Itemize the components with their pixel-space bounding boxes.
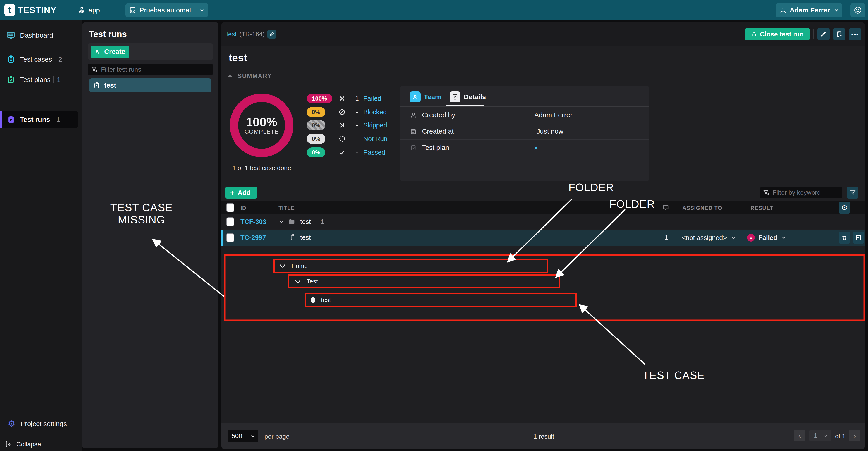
open-case-button[interactable] xyxy=(852,232,864,244)
detail-value-test-plan[interactable]: x xyxy=(534,144,538,151)
col-id[interactable]: ID xyxy=(241,205,246,211)
skipped-count: - xyxy=(353,122,361,129)
edit-button[interactable] xyxy=(817,28,830,40)
chevron-right-icon: › xyxy=(854,431,856,440)
folder-case-count: 1 xyxy=(320,218,324,226)
add-test-cases-button[interactable]: + Add xyxy=(225,187,257,199)
case-id-link[interactable]: TC-2997 xyxy=(241,234,266,241)
failed-icon xyxy=(338,95,346,102)
detail-label: Created at xyxy=(422,127,454,135)
close-test-run-button[interactable]: Close test run xyxy=(745,28,810,40)
col-result[interactable]: RESULT xyxy=(750,205,773,211)
stat-row-notrun: 0% - Not Run xyxy=(307,134,388,144)
sidebar-item-test-cases[interactable]: Test cases 2 xyxy=(0,53,82,66)
panel-title: Test runs xyxy=(89,29,127,39)
user-icon xyxy=(780,7,786,13)
table-row-folder[interactable]: TCF-303 test 1 xyxy=(221,214,865,229)
tab-details[interactable]: Details xyxy=(450,91,486,102)
column-settings-button[interactable]: ⚙ xyxy=(839,202,850,213)
team-icon xyxy=(410,91,421,102)
skipped-label[interactable]: Skipped xyxy=(363,122,387,129)
sidebar-item-dashboard[interactable]: Dashboard xyxy=(0,29,82,42)
prev-page-button[interactable]: ‹ xyxy=(794,430,805,442)
row-checkbox[interactable] xyxy=(226,217,234,227)
create-test-run-button[interactable]: Create xyxy=(91,46,129,58)
create-toolbar: Create xyxy=(88,43,213,60)
user-menu[interactable]: Adam Ferrer xyxy=(776,3,842,17)
keyword-filter-input[interactable] xyxy=(772,188,839,198)
table-row-test-case-selected[interactable]: TC-2997 test 1 <not assigned> × Failed xyxy=(221,230,865,246)
col-title[interactable]: TITLE xyxy=(278,205,295,211)
pencil-icon xyxy=(820,31,827,37)
detail-row-created-at: Created at Just now xyxy=(410,125,641,138)
test-cases-icon xyxy=(7,55,15,63)
sidebar-item-test-runs-selected[interactable]: Test runs 1 xyxy=(0,111,78,128)
feedback-button[interactable] xyxy=(850,3,865,17)
result-count: 1 result xyxy=(533,433,554,440)
gear-icon: ⚙ xyxy=(8,420,16,428)
remove-case-button[interactable] xyxy=(839,232,850,244)
topbar-divider xyxy=(66,5,66,15)
detail-label: Created by xyxy=(422,111,455,119)
per-page-label: per page xyxy=(265,433,289,440)
folder-title: test xyxy=(300,218,311,226)
tree-node-folder[interactable]: Test xyxy=(294,275,318,288)
header-actions: Close test run ••• xyxy=(745,28,861,40)
page-value: 1 xyxy=(814,432,817,439)
sidebar-item-project-settings[interactable]: ⚙ Project settings xyxy=(0,417,82,431)
per-page-select[interactable]: 500 xyxy=(227,430,258,442)
keyword-filter-field[interactable] xyxy=(760,187,842,198)
sidebar-collapse-button[interactable]: Collapse xyxy=(0,438,82,450)
blocked-label[interactable]: Blocked xyxy=(363,109,387,116)
runs-filter-field[interactable] xyxy=(88,64,213,75)
sidebar-item-test-plans[interactable]: Test plans 1 xyxy=(0,73,82,87)
stat-row-failed: 100% 1 Failed xyxy=(307,93,381,103)
detail-label: Test plan xyxy=(422,144,449,151)
testiny-logo-icon[interactable]: t xyxy=(4,4,16,16)
summary-heading: SUMMARY xyxy=(238,72,272,80)
chevron-up-icon xyxy=(227,73,233,79)
run-list-item-selected[interactable]: test xyxy=(89,78,212,92)
collapse-icon xyxy=(5,441,12,448)
sidebar-item-label: Project settings xyxy=(20,420,67,428)
assignee-dropdown[interactable]: <not assigned> xyxy=(682,230,736,246)
select-all-checkbox[interactable] xyxy=(226,203,234,212)
test-plans-icon xyxy=(7,76,15,84)
next-page-button[interactable]: › xyxy=(849,430,860,442)
passed-icon xyxy=(338,149,346,156)
assignee-value: <not assigned> xyxy=(682,234,727,242)
runs-filter-input[interactable] xyxy=(100,64,208,75)
blocked-icon xyxy=(338,109,346,116)
notrun-label[interactable]: Not Run xyxy=(363,135,388,143)
page-select[interactable]: 1 xyxy=(809,430,831,442)
passed-label[interactable]: Passed xyxy=(363,149,385,156)
sidebar-item-label: Dashboard xyxy=(20,31,53,39)
detail-value-created-by: Adam Ferrer xyxy=(534,111,572,119)
chevron-down-icon xyxy=(823,433,828,438)
advanced-filter-button[interactable] xyxy=(847,187,859,199)
expand-chevron-icon[interactable] xyxy=(278,219,284,225)
project-icon xyxy=(129,6,136,14)
folder-icon xyxy=(288,218,295,225)
tab-team[interactable]: Team xyxy=(410,91,441,102)
workspace-menu[interactable]: app xyxy=(78,0,100,20)
breadcrumb-run-link[interactable]: test xyxy=(226,31,237,38)
chevron-down-icon xyxy=(834,7,839,13)
tree-node-root[interactable]: Home xyxy=(279,260,308,272)
report-button[interactable] xyxy=(833,28,845,40)
failed-count: 1 xyxy=(353,95,361,102)
summary-section-header[interactable]: SUMMARY xyxy=(227,72,272,80)
row-checkbox[interactable] xyxy=(226,233,234,242)
failed-label[interactable]: Failed xyxy=(363,95,381,102)
result-dropdown[interactable]: × Failed xyxy=(747,230,786,246)
logo-letter: t xyxy=(8,4,11,16)
tree-node-test-case[interactable]: test xyxy=(310,294,331,306)
user-name: Adam Ferrer xyxy=(790,6,830,14)
brand-name[interactable]: TESTINY xyxy=(18,0,57,20)
copy-link-button[interactable] xyxy=(267,30,276,39)
chevron-down-icon xyxy=(199,7,205,13)
project-selector[interactable]: Pruebas automat... xyxy=(125,3,208,17)
folder-id-link[interactable]: TCF-303 xyxy=(241,218,266,226)
more-actions-button[interactable]: ••• xyxy=(849,28,861,40)
col-assigned[interactable]: ASSIGNED TO xyxy=(682,205,722,211)
